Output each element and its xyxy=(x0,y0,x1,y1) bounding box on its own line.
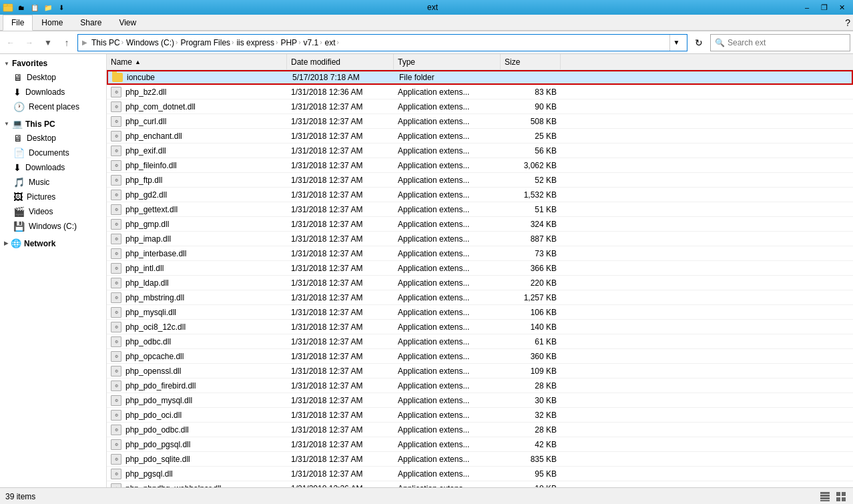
file-row[interactable]: ⚙php_pdo_oci.dll1/31/2018 12:37 AMApplic… xyxy=(107,408,853,423)
file-row[interactable]: ⚙php_mbstring.dll1/31/2018 12:37 AMAppli… xyxy=(107,290,853,305)
network-header[interactable]: ▶ 🌐 Network xyxy=(0,236,106,250)
file-row[interactable]: ⚙php_openssl.dll1/31/2018 12:37 AMApplic… xyxy=(107,364,853,379)
this-pc-header[interactable]: ▼ 💻 This PC xyxy=(0,117,106,131)
file-row[interactable]: ⚙php_ftp.dll1/31/2018 12:37 AMApplicatio… xyxy=(107,173,853,188)
file-type: Application extens... xyxy=(394,437,501,451)
dropdown-history-button[interactable]: ▼ xyxy=(40,35,56,51)
sidebar-item-music[interactable]: 🎵 Music xyxy=(0,175,106,190)
file-row[interactable]: ⚙php_oci8_12c.dll1/31/2018 12:37 AMAppli… xyxy=(107,320,853,334)
ribbon: File Home Share View ? xyxy=(0,15,853,31)
file-date: 1/31/2018 12:36 AM xyxy=(287,481,394,487)
file-size: 25 KB xyxy=(501,129,561,143)
file-row[interactable]: ⚙php_fileinfo.dll1/31/2018 12:37 AMAppli… xyxy=(107,158,853,173)
file-row[interactable]: ⚙php_odbc.dll1/31/2018 12:37 AMApplicati… xyxy=(107,334,853,349)
sidebar-item-windows-c[interactable]: 💾 Windows (C:) xyxy=(0,219,106,234)
sidebar-item-documents[interactable]: 📄 Documents xyxy=(0,146,106,160)
sidebar-item-desktop-pc[interactable]: 🖥 Desktop xyxy=(0,131,106,146)
col-header-size[interactable]: Size xyxy=(501,54,561,69)
content-area: Name ▲ Date modified Type Size ioncube5/… xyxy=(107,54,853,487)
sidebar-item-pictures[interactable]: 🖼 Pictures xyxy=(0,190,106,204)
file-size: 3,062 KB xyxy=(501,158,561,172)
file-name-cell: ⚙php_pdo_pgsql.dll xyxy=(107,437,287,451)
address-iis-express[interactable]: iis express› xyxy=(235,38,279,47)
file-name-cell: ⚙php_ftp.dll xyxy=(107,173,287,187)
file-type: Application extens... xyxy=(394,423,501,437)
address-dropdown-button[interactable]: ▼ xyxy=(669,34,683,51)
file-row[interactable]: ⚙php_com_dotnet.dll1/31/2018 12:37 AMApp… xyxy=(107,99,853,114)
file-row[interactable]: ⚙php_gettext.dll1/31/2018 12:37 AMApplic… xyxy=(107,202,853,217)
dll-icon: ⚙ xyxy=(111,483,121,488)
maximize-button[interactable]: ❐ xyxy=(816,0,833,15)
help-button[interactable]: ? xyxy=(845,17,850,28)
svg-rect-4 xyxy=(820,495,830,497)
search-input[interactable] xyxy=(728,38,846,47)
file-name-cell: ⚙php_imap.dll xyxy=(107,232,287,246)
file-type: Application extens... xyxy=(394,334,501,348)
file-row[interactable]: ⚙php_ldap.dll1/31/2018 12:37 AMApplicati… xyxy=(107,276,853,290)
downloads-fav-icon: ⬇ xyxy=(13,87,21,97)
file-name: php_mbstring.dll xyxy=(125,293,184,302)
dll-icon: ⚙ xyxy=(111,146,121,156)
col-header-type[interactable]: Type xyxy=(394,54,501,69)
file-row[interactable]: ⚙php_phpdbg_webhelper.dll1/31/2018 12:36… xyxy=(107,481,853,487)
file-row[interactable]: ⚙php_imap.dll1/31/2018 12:37 AMApplicati… xyxy=(107,232,853,246)
minimize-button[interactable]: – xyxy=(798,0,816,15)
address-this-pc[interactable]: This PC› xyxy=(90,38,125,47)
details-view-button[interactable] xyxy=(818,490,832,503)
file-row[interactable]: ⚙php_bz2.dll1/31/2018 12:36 AMApplicatio… xyxy=(107,85,853,99)
dll-icon: ⚙ xyxy=(111,219,121,230)
address-windows-c[interactable]: Windows (C:)› xyxy=(125,38,179,47)
file-row[interactable]: ⚙php_curl.dll1/31/2018 12:37 AMApplicati… xyxy=(107,114,853,129)
file-row[interactable]: ⚙php_pdo_odbc.dll1/31/2018 12:37 AMAppli… xyxy=(107,423,853,437)
file-row[interactable]: ⚙php_mysqli.dll1/31/2018 12:37 AMApplica… xyxy=(107,305,853,320)
file-type: Application extens... xyxy=(394,261,501,275)
file-row[interactable]: ⚙php_exif.dll1/31/2018 12:37 AMApplicati… xyxy=(107,144,853,158)
dll-icon: ⚙ xyxy=(111,101,121,112)
up-button[interactable]: ↑ xyxy=(59,35,75,51)
file-name: php_oci8_12c.dll xyxy=(125,322,186,332)
file-date: 1/31/2018 12:37 AM xyxy=(287,129,394,143)
file-row[interactable]: ⚙php_gd2.dll1/31/2018 12:37 AMApplicatio… xyxy=(107,188,853,202)
file-name: php_curl.dll xyxy=(125,117,166,126)
file-row[interactable]: ⚙php_pdo_mysql.dll1/31/2018 12:37 AMAppl… xyxy=(107,393,853,408)
file-name-cell: ⚙php_odbc.dll xyxy=(107,334,287,348)
file-row[interactable]: ⚙php_opcache.dll1/31/2018 12:37 AMApplic… xyxy=(107,349,853,364)
sidebar-item-desktop-fav[interactable]: 🖥 Desktop xyxy=(0,70,106,85)
address-v71[interactable]: v7.1› xyxy=(302,38,323,47)
tab-view[interactable]: View xyxy=(110,15,145,31)
file-size: 30 KB xyxy=(501,393,561,407)
file-row[interactable]: ⚙php_pdo_pgsql.dll1/31/2018 12:37 AMAppl… xyxy=(107,437,853,452)
file-row[interactable]: ⚙php_pdo_firebird.dll1/31/2018 12:37 AMA… xyxy=(107,379,853,393)
sidebar-item-recent-fav[interactable]: 🕐 Recent places xyxy=(0,99,106,114)
file-list-header: Name ▲ Date modified Type Size xyxy=(107,54,853,70)
tab-home[interactable]: Home xyxy=(33,15,71,31)
tiles-view-button[interactable] xyxy=(834,490,848,503)
back-button[interactable]: ← xyxy=(3,35,19,51)
file-row[interactable]: ⚙php_pgsql.dll1/31/2018 12:37 AMApplicat… xyxy=(107,467,853,481)
file-row[interactable]: ⚙php_interbase.dll1/31/2018 12:37 AMAppl… xyxy=(107,246,853,261)
file-row[interactable]: ⚙php_gmp.dll1/31/2018 12:37 AMApplicatio… xyxy=(107,217,853,232)
tab-file[interactable]: File xyxy=(3,15,33,31)
dll-icon: ⚙ xyxy=(111,439,121,450)
file-row[interactable]: ⚙php_enchant.dll1/31/2018 12:37 AMApplic… xyxy=(107,129,853,144)
col-header-date[interactable]: Date modified xyxy=(287,54,394,69)
address-box[interactable]: ▶ This PC› Windows (C:)› Program Files› … xyxy=(77,34,687,51)
col-header-name[interactable]: Name ▲ xyxy=(107,54,287,69)
file-row[interactable]: ⚙php_intl.dll1/31/2018 12:37 AMApplicati… xyxy=(107,261,853,276)
tab-share[interactable]: Share xyxy=(71,15,110,31)
file-row[interactable]: ioncube5/17/2018 7:18 AMFile folder xyxy=(107,70,853,85)
address-program-files[interactable]: Program Files› xyxy=(179,38,235,47)
sidebar-item-videos[interactable]: 🎬 Videos xyxy=(0,204,106,219)
close-button[interactable]: ✕ xyxy=(833,0,850,15)
address-php[interactable]: PHP› xyxy=(279,38,302,47)
sidebar-item-downloads-fav[interactable]: ⬇ Downloads xyxy=(0,85,106,99)
favorites-header[interactable]: ▼ Favorites xyxy=(0,57,106,70)
address-ext[interactable]: ext› xyxy=(324,38,340,47)
refresh-button[interactable]: ↻ xyxy=(690,34,707,51)
this-pc-section: ▼ 💻 This PC 🖥 Desktop 📄 Documents ⬇ Down… xyxy=(0,117,106,234)
sidebar-item-label: Windows (C:) xyxy=(29,222,77,231)
sidebar-item-downloads-pc[interactable]: ⬇ Downloads xyxy=(0,160,106,175)
forward-button[interactable]: → xyxy=(21,35,37,51)
file-list-container[interactable]: Name ▲ Date modified Type Size ioncube5/… xyxy=(107,54,853,487)
file-row[interactable]: ⚙php_pdo_sqlite.dll1/31/2018 12:37 AMApp… xyxy=(107,452,853,467)
